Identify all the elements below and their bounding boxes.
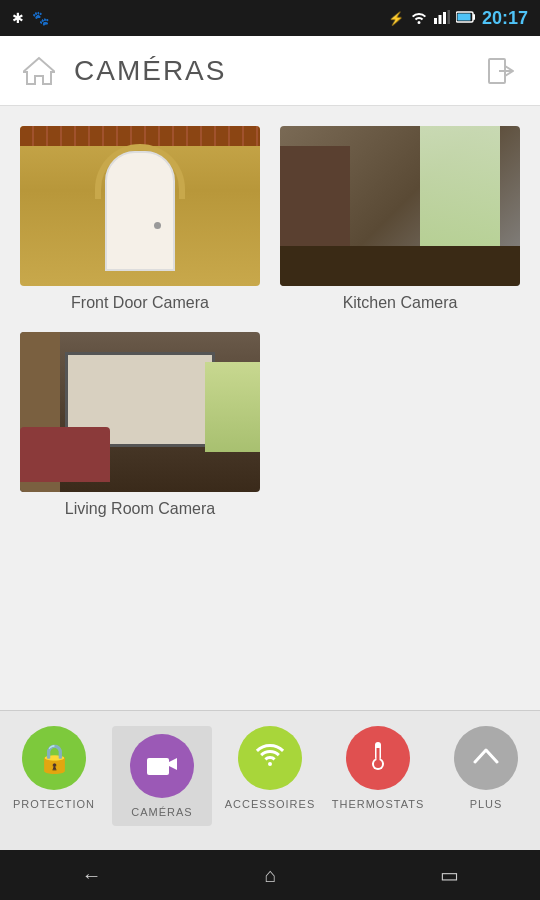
camera-item-living-room[interactable]: Living Room Camera [20,332,260,518]
recents-button[interactable]: ▭ [440,863,459,887]
svg-rect-9 [147,758,169,775]
nav-item-protection[interactable]: 🔒 PROTECTION [4,726,104,810]
camera-status-icon: 🐾 [32,10,49,26]
camera-label-kitchen: Kitchen Camera [343,294,458,312]
svg-rect-2 [443,12,446,24]
thermometer-icon [368,740,388,777]
nav-label-thermostats: THERMOSTATS [332,798,424,810]
page-title: CAMÉRAS [74,55,226,87]
front-door [105,151,175,271]
protection-circle: 🔒 [22,726,86,790]
svg-rect-1 [438,15,441,24]
thermostats-circle [346,726,410,790]
kitchen-counter [280,246,520,286]
camera-label-front-door: Front Door Camera [71,294,209,312]
svg-rect-3 [447,10,450,24]
accessories-circle [238,726,302,790]
chevron-up-icon [473,744,499,772]
nav-item-thermostats[interactable]: THERMOSTATS [328,726,428,810]
android-nav-bar: ← ⌂ ▭ [0,850,540,900]
nav-label-protection: PROTECTION [13,798,95,810]
svg-point-14 [374,760,382,768]
camera-thumbnail-living-room [20,332,260,492]
home-button-android[interactable]: ⌂ [264,864,276,887]
status-time: 20:17 [482,8,528,29]
main-content: Front Door Camera Kitchen Camera Living … [0,106,540,710]
camera-label-living-room: Living Room Camera [65,500,215,518]
header: CAMÉRAS [0,36,540,106]
more-circle [454,726,518,790]
camera-item-front-door[interactable]: Front Door Camera [20,126,260,312]
svg-rect-0 [434,18,437,24]
svg-rect-5 [457,14,470,21]
nav-item-cameras[interactable]: CAMÉRAS [112,726,212,826]
camera-icon [147,751,177,782]
nav-item-accessories[interactable]: ACCESSOIRES [220,726,320,810]
wifi-nav-icon [255,742,285,775]
nav-label-accessories: ACCESSOIRES [225,798,315,810]
camera-grid: Front Door Camera Kitchen Camera Living … [20,126,520,518]
svg-marker-6 [23,58,55,84]
camera-thumbnail-front-door [20,126,260,286]
header-left: CAMÉRAS [20,52,226,90]
nav-item-more[interactable]: PLUS [436,726,536,810]
door-knob [154,222,161,229]
living-window [205,362,260,452]
camera-thumbnail-kitchen [280,126,520,286]
battery-icon [456,10,476,26]
nav-label-more: PLUS [470,798,503,810]
lock-icon: 🔒 [37,742,72,775]
cameras-circle [130,734,194,798]
status-bar: ✱ 🐾 ⚡ 20:17 [0,0,540,36]
svg-marker-10 [169,758,177,770]
camera-item-kitchen[interactable]: Kitchen Camera [280,126,520,312]
bottom-nav: 🔒 PROTECTION CAMÉRAS ACCESSOIRES [0,710,540,850]
wifi-icon [410,10,428,27]
bluetooth-icon: ⚡ [388,11,404,26]
living-sofa [20,427,110,482]
status-left-icons: ✱ 🐾 [12,10,49,26]
bug-icon: ✱ [12,10,24,26]
signal-icon [434,10,450,27]
logout-button[interactable] [482,52,520,90]
home-button[interactable] [20,52,58,90]
status-right-icons: ⚡ 20:17 [388,8,528,29]
nav-label-cameras: CAMÉRAS [131,806,192,818]
back-button[interactable]: ← [81,864,101,887]
